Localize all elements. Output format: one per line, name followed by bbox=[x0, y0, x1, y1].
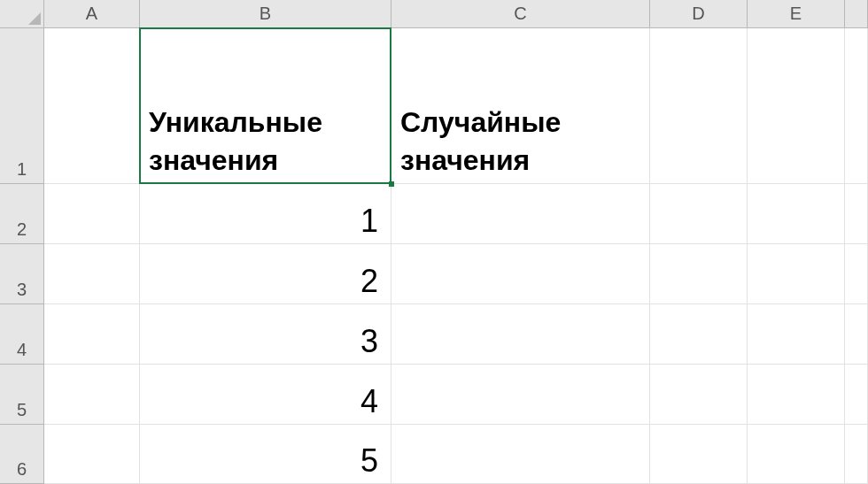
row-header-5[interactable]: 5 bbox=[0, 365, 44, 425]
cell-e3[interactable] bbox=[748, 244, 845, 304]
col-header-b[interactable]: B bbox=[140, 0, 391, 28]
cell-c1[interactable]: Случайные значения bbox=[391, 28, 650, 184]
col-header-d[interactable]: D bbox=[650, 0, 748, 28]
cell-d6[interactable] bbox=[650, 425, 748, 484]
cell-d1[interactable] bbox=[650, 28, 748, 184]
cell-f4-partial[interactable] bbox=[845, 304, 868, 365]
cell-b4[interactable]: 3 bbox=[140, 304, 391, 365]
cell-b1[interactable]: Уникальные значения bbox=[140, 28, 391, 184]
cell-d3[interactable] bbox=[650, 244, 748, 304]
cell-c3[interactable] bbox=[391, 244, 650, 304]
col-header-overflow[interactable] bbox=[845, 0, 868, 28]
cell-b3[interactable]: 2 bbox=[140, 244, 391, 304]
cell-b5[interactable]: 4 bbox=[140, 365, 391, 425]
cell-f3-partial[interactable] bbox=[845, 244, 868, 304]
cell-d2[interactable] bbox=[650, 184, 748, 244]
cell-e6[interactable] bbox=[748, 425, 845, 484]
svg-marker-0 bbox=[28, 12, 41, 25]
cell-a1[interactable] bbox=[44, 28, 140, 184]
cell-e1[interactable] bbox=[748, 28, 845, 184]
cell-a5[interactable] bbox=[44, 365, 140, 425]
cell-c2[interactable] bbox=[391, 184, 650, 244]
cell-c5[interactable] bbox=[391, 365, 650, 425]
cell-f2-partial[interactable] bbox=[845, 184, 868, 244]
cell-e4[interactable] bbox=[748, 304, 845, 365]
cell-f5-partial[interactable] bbox=[845, 365, 868, 425]
spreadsheet-grid: A B C D E 1 Уникальные значения Случайны… bbox=[0, 0, 868, 484]
cell-e5[interactable] bbox=[748, 365, 845, 425]
cell-e2[interactable] bbox=[748, 184, 845, 244]
select-all-triangle-icon bbox=[28, 12, 41, 25]
row-header-4[interactable]: 4 bbox=[0, 304, 44, 365]
cell-c4[interactable] bbox=[391, 304, 650, 365]
cell-a4[interactable] bbox=[44, 304, 140, 365]
cell-a2[interactable] bbox=[44, 184, 140, 244]
row-header-1[interactable]: 1 bbox=[0, 28, 44, 184]
cell-c6[interactable] bbox=[391, 425, 650, 484]
cell-b6[interactable]: 5 bbox=[140, 425, 391, 484]
cell-d4[interactable] bbox=[650, 304, 748, 365]
cell-f1-partial[interactable] bbox=[845, 28, 868, 184]
row-header-3[interactable]: 3 bbox=[0, 244, 44, 304]
col-header-c[interactable]: C bbox=[391, 0, 650, 28]
cell-f6-partial[interactable] bbox=[845, 425, 868, 484]
cell-d5[interactable] bbox=[650, 365, 748, 425]
selection-fill-handle[interactable] bbox=[389, 181, 394, 187]
row-header-6[interactable]: 6 bbox=[0, 425, 44, 484]
col-header-e[interactable]: E bbox=[748, 0, 845, 28]
row-header-2[interactable]: 2 bbox=[0, 184, 44, 244]
cell-a3[interactable] bbox=[44, 244, 140, 304]
select-all-corner[interactable] bbox=[0, 0, 44, 28]
col-header-a[interactable]: A bbox=[44, 0, 140, 28]
cell-a6[interactable] bbox=[44, 425, 140, 484]
cell-b2[interactable]: 1 bbox=[140, 184, 391, 244]
